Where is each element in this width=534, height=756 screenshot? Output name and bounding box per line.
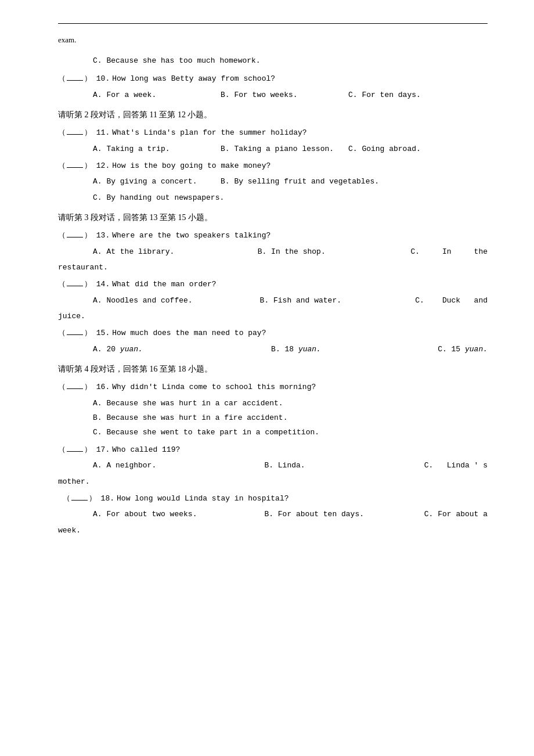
q15-options: A. 20 yuan. B. 18 yuan. C. 15 yuan. (93, 343, 488, 356)
q18-paren-open: （ (58, 492, 70, 505)
q12-paren-open: （ (58, 159, 66, 172)
q18-continuation: week. (58, 524, 488, 537)
q11-option-a: A. Taking a trip. (93, 142, 209, 156)
q13-the-word: the (474, 247, 488, 256)
q18-option-a: A. For about two weeks. (93, 507, 221, 521)
q16-number: 16. (92, 380, 110, 394)
q16-answer-blank[interactable] (67, 381, 83, 389)
q14-text: What did the man order? (112, 278, 216, 291)
q10-text: How long was Betty away from school? (112, 72, 275, 85)
q18-option-b: B. For about ten days. (264, 507, 380, 521)
q10-paren-close: ） (84, 72, 92, 85)
q15-paren-open: （ (58, 326, 66, 340)
q10-option-a: A. For a week. (93, 88, 209, 102)
q13-options-abc: A. At the library. B. In the shop. C. In… (93, 245, 488, 258)
q18-answer-blank[interactable] (71, 492, 88, 501)
q11-options: A. Taking a trip. B. Taking a piano less… (93, 142, 488, 156)
q18-paren-close: ） (89, 492, 96, 505)
q15-option-b: B. 18 yuan. (271, 343, 387, 356)
section3-header: 请听第 3 段对话，回答第 13 至第 15 小题。 (58, 213, 488, 223)
section4-header: 请听第 4 段对话，回答第 16 至第 18 小题。 (58, 364, 488, 375)
q12-paren-close: ） (84, 159, 92, 172)
q16-option-a: A. Because she was hurt in a car acciden… (93, 397, 488, 410)
q11-paren-close: ） (84, 126, 92, 139)
q16-paren-open: （ (58, 380, 66, 394)
q16-option-c: C. Because she went to take part in a co… (93, 426, 488, 439)
question-10: （ ） 10. How long was Betty away from sch… (58, 72, 488, 102)
question-12-row: （ ） 12. How is the boy going to make mon… (58, 159, 488, 172)
q14-options-abc: A. Noodles and coffee. B. Fish and water… (93, 294, 488, 307)
question-12: （ ） 12. How is the boy going to make mon… (58, 159, 488, 204)
question-13: （ ） 13. Where are the two speakers talki… (58, 229, 488, 274)
q15-number: 15. (92, 326, 110, 340)
q17-option-a: A. A neighbor. (93, 459, 221, 472)
q11-option-c: C. Going abroad. (348, 142, 464, 156)
q17-option-c-start: C. Linda ' s (424, 459, 488, 472)
q12-option-a: A. By giving a concert. (93, 175, 209, 188)
question-17-row: （ ） 17. Who called 119? (58, 443, 488, 456)
q15-option-c: C. 15 yuan. (438, 343, 488, 356)
q10-option-b: B. For two weeks. (221, 88, 337, 102)
q17-paren-open: （ (58, 443, 66, 456)
answer-c-pre-q10: C. Because she has too much homework. (93, 54, 488, 67)
q10-option-c: C. For ten days. (348, 88, 464, 102)
q12-answer-blank[interactable] (67, 160, 83, 168)
question-18-row: （ ） 18. How long would Linda stay in hos… (58, 492, 488, 505)
q10-paren-open: （ (58, 72, 66, 85)
question-11: （ ） 11. What's Linda's plan for the summ… (58, 126, 488, 156)
q18-options-abc: A. For about two weeks. B. For about ten… (93, 507, 488, 521)
q13-option-a: A. At the library. (93, 245, 221, 258)
question-18: （ ） 18. How long would Linda stay in hos… (58, 492, 488, 537)
q18-number: 18. (96, 492, 114, 505)
q14-and-word: and (474, 296, 488, 305)
q11-number: 11. (92, 126, 110, 139)
q15-option-a: A. 20 yuan. (93, 343, 221, 356)
question-17: （ ） 17. Who called 119? A. A neighbor. B… (58, 443, 488, 488)
q14-option-a: A. Noodles and coffee. (93, 294, 221, 307)
q13-continuation: restaurant. (58, 261, 488, 274)
q15-paren-close: ） (84, 326, 92, 340)
question-13-row: （ ） 13. Where are the two speakers talki… (58, 229, 488, 242)
q12-option-c: C. By handing out newspapers. (93, 191, 224, 204)
q12-options-c: C. By handing out newspapers. (93, 191, 488, 204)
q13-option-b: B. In the shop. (258, 245, 374, 258)
question-14-row: （ ） 14. What did the man order? (58, 278, 488, 291)
q10-answer-blank[interactable] (67, 73, 83, 81)
q12-option-b: B. By selling fruit and vegetables. (221, 175, 379, 188)
question-15-row: （ ） 15. How much does the man need to pa… (58, 326, 488, 340)
q18-option-c-start: C. For about a (424, 507, 488, 521)
q17-paren-close: ） (84, 443, 92, 456)
q11-answer-blank[interactable] (67, 127, 83, 135)
question-16: （ ） 16. Why didn't Linda come to school … (58, 380, 488, 440)
q10-options: A. For a week. B. For two weeks. C. For … (93, 88, 488, 102)
q11-text: What's Linda's plan for the summer holid… (112, 126, 306, 139)
q13-paren-open: （ (58, 229, 66, 242)
q14-number: 14. (92, 278, 110, 291)
top-divider (58, 23, 488, 24)
question-15: （ ） 15. How much does the man need to pa… (58, 326, 488, 356)
q13-paren-close: ） (84, 229, 92, 242)
q15-text: How much does the man need to pay? (112, 326, 266, 340)
q13-text: Where are the two speakers talking? (112, 229, 270, 242)
q17-text: Who called 119? (112, 443, 180, 456)
q15-answer-blank[interactable] (67, 327, 83, 335)
question-14: （ ） 14. What did the man order? A. Noodl… (58, 278, 488, 323)
q11-option-b: B. Taking a piano lesson. (221, 142, 337, 156)
q13-number: 13. (92, 229, 110, 242)
q14-answer-blank[interactable] (67, 278, 83, 286)
q14-continuation: juice. (58, 309, 488, 323)
q14-paren-open: （ (58, 278, 66, 291)
q17-answer-blank[interactable] (67, 444, 83, 452)
q13-answer-blank[interactable] (67, 229, 83, 237)
question-10-row: （ ） 10. How long was Betty away from sch… (58, 72, 488, 85)
exam-label: exam. (58, 35, 488, 45)
q17-continuation: mother. (58, 475, 488, 488)
q14-paren-close: ） (84, 278, 92, 291)
q10-number: 10. (92, 72, 110, 85)
question-11-row: （ ） 11. What's Linda's plan for the summ… (58, 126, 488, 139)
q16-options: A. Because she was hurt in a car acciden… (93, 397, 488, 440)
q14-option-b: B. Fish and water. (260, 294, 376, 307)
q18-text: How long would Linda stay in hospital? (117, 492, 288, 505)
q12-number: 12. (92, 159, 110, 172)
q16-paren-close: ） (84, 380, 92, 394)
